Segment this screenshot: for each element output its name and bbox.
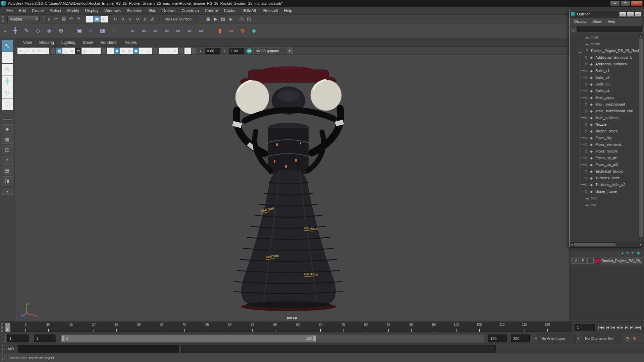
menubar-item[interactable]: File — [3, 8, 16, 13]
shelf-parent-constraint[interactable]: ∞ — [127, 25, 138, 37]
snap-to-projected-center-icon[interactable]: ∪ — [134, 16, 141, 22]
new-scene-icon[interactable]: ▯ — [45, 16, 53, 22]
scroll-right-icon[interactable]: ▶ — [639, 243, 643, 247]
panel-menu-item[interactable]: Shading — [36, 40, 58, 45]
shelf-redshift[interactable]: ◆ — [248, 25, 260, 37]
drag-grip[interactable] — [2, 345, 5, 353]
undo-icon[interactable]: ↶ — [67, 16, 75, 22]
outliner-item[interactable]: top — [570, 201, 639, 208]
layout-more-button[interactable]: ▾ — [2, 189, 13, 195]
camera-attributes-icon[interactable]: ▱ — [24, 48, 30, 54]
timeline-tick[interactable]: 85 — [377, 322, 400, 332]
color-management-toggle[interactable]: ON — [247, 48, 252, 54]
shelf-tab-menu-icon[interactable]: ≡ — [1, 25, 9, 37]
play-forwards-button[interactable]: ▶ — [620, 325, 623, 329]
filter-icon[interactable]: ▸ — [571, 27, 576, 32]
add-layer-icon[interactable]: + — [632, 251, 634, 255]
close-button[interactable]: × — [635, 12, 642, 17]
outliner-item[interactable]: Rocket_Engine_RS_25_Rocl — [570, 47, 639, 54]
outliner-item[interactable]: Pipes_middle — [570, 148, 639, 155]
layout-hypergraph[interactable]: ▤ — [2, 166, 13, 175]
bookmark-icon[interactable]: ▮ — [30, 48, 37, 54]
outliner-vertical-scrollbar[interactable]: ▲ ▼ — [639, 34, 643, 242]
show-manipulator-icon[interactable]: ◳ — [238, 16, 245, 22]
timeline-tick[interactable]: 110 — [491, 322, 514, 332]
timeline-tick[interactable]: 80 — [355, 322, 377, 332]
animation-end-field[interactable] — [511, 335, 530, 342]
outliner-search-input[interactable] — [577, 26, 642, 32]
menubar-item[interactable]: Control — [202, 8, 221, 13]
step-forward-key-button[interactable]: ▶ | — [625, 325, 629, 329]
screen-space-ao-icon[interactable]: ◑ — [146, 48, 152, 54]
select-by-hierarchy-icon[interactable]: ≡ — [86, 16, 93, 22]
outliner-titlebar[interactable]: Outliner –□× — [570, 10, 643, 18]
timeline-tick[interactable]: 55 — [241, 322, 264, 332]
outliner-item[interactable]: Pipes_up_pt1 — [570, 155, 639, 161]
shelf-create-joint[interactable]: ╋ — [9, 25, 21, 37]
menubar-item[interactable]: Display — [82, 8, 101, 13]
menubar-item[interactable]: Modify — [64, 8, 82, 13]
use-all-lights-icon[interactable]: ◉ — [133, 48, 139, 54]
outliner-menu-item[interactable]: Show — [589, 19, 605, 23]
timeline-tick[interactable]: 95 — [423, 322, 445, 332]
timeline-tick[interactable]: 20 — [82, 322, 105, 332]
outliner-item[interactable]: Pipes_elements — [570, 141, 639, 148]
shelf-scale-constraint[interactable]: ∞ — [161, 25, 172, 37]
timeline-tick[interactable]: 40 — [173, 322, 196, 332]
timeline-track[interactable]: 5 10 15 20 25 30 35 — [5, 322, 572, 332]
film-gate-icon[interactable]: ▢ — [62, 48, 69, 54]
shelf-orient-constraint[interactable]: ∞ — [150, 25, 161, 37]
outliner-item[interactable]: Bolts_v3 — [570, 81, 639, 87]
layout-persp-outliner[interactable]: ◫ — [2, 145, 13, 154]
current-frame-field[interactable] — [575, 324, 595, 331]
outliner-item[interactable]: front — [570, 34, 639, 41]
chevron-down-icon[interactable]: ▼ — [576, 337, 581, 340]
outliner-item[interactable]: Bolts_v4 — [570, 87, 639, 94]
shelf-ik-handle[interactable]: ✎ — [21, 25, 32, 37]
layer-playback-toggle[interactable]: P — [580, 258, 586, 264]
range-end-handle[interactable] — [313, 336, 316, 341]
viewport-3d[interactable]: CAUTION CAUTION CAUTION CAUTION — [15, 55, 569, 321]
outliner-menu-item[interactable]: Help — [605, 19, 619, 23]
isolate-select-icon[interactable]: ◰ — [184, 48, 191, 54]
timeline-tick[interactable]: 115 — [513, 322, 536, 332]
playback-range-bar[interactable]: 1 120 — [61, 335, 316, 342]
shelf-node-editor[interactable]: ▣ — [74, 25, 85, 37]
shelf-lattice[interactable]: ▦ — [97, 25, 108, 37]
menubar-item[interactable]: Create — [29, 8, 47, 13]
maximize-button[interactable]: □ — [627, 12, 634, 17]
shelf-nurbs-circle[interactable]: ○ — [85, 25, 97, 37]
live-surface-field[interactable]: No Live Surface — [159, 16, 198, 22]
open-scene-icon[interactable]: ▭ — [53, 16, 60, 22]
drag-grip[interactable] — [2, 16, 5, 22]
rotate-tool[interactable]: ↻ — [2, 87, 13, 99]
go-to-start-button[interactable]: | ◀◀ — [598, 325, 604, 329]
snap-to-point-icon[interactable]: ∪ — [126, 16, 134, 22]
timeline-tick[interactable]: 75 — [332, 322, 355, 332]
outliner-item[interactable]: Bolts_v1 — [570, 67, 639, 74]
safe-action-icon[interactable]: ◇ — [88, 48, 94, 54]
xray-icon[interactable]: ◒ — [159, 48, 165, 54]
make-live-icon[interactable]: ◎ — [149, 16, 156, 22]
command-language-label[interactable]: MEL — [6, 347, 18, 351]
step-back-frame-button[interactable]: | ◀ — [605, 325, 609, 329]
outliner-item[interactable]: Bolts_v2 — [570, 74, 639, 81]
paint-select-tool[interactable]: ✎ — [2, 64, 13, 75]
timeline-tick[interactable]: 60 — [264, 322, 286, 332]
outliner-item[interactable]: Nozzle — [570, 121, 639, 128]
timeline-tick[interactable]: 5 — [14, 322, 37, 332]
outliner-item[interactable]: Upper_frame — [570, 188, 639, 195]
layer-move-down-icon[interactable]: ▾ — [627, 251, 629, 255]
step-forward-frame-button[interactable]: ▶ | — [630, 325, 634, 329]
outliner-menu-item[interactable]: Display — [571, 19, 589, 23]
shelf-proxy-figure[interactable]: ◌ — [108, 25, 119, 37]
panel-menu-item[interactable]: View — [19, 40, 36, 45]
shelf-aim-constraint[interactable]: ∞ — [172, 25, 184, 37]
resolution-gate-icon[interactable]: ◙ — [69, 48, 75, 54]
scrollbar-thumb[interactable] — [574, 243, 615, 246]
menubar-item[interactable]: Deform — [159, 8, 178, 13]
scale-tool[interactable]: ◱ — [2, 99, 13, 110]
range-start-handle[interactable] — [61, 336, 65, 341]
layer-visibility-toggle[interactable]: V — [573, 258, 579, 264]
panel-menu-item[interactable]: Panels — [121, 40, 141, 45]
